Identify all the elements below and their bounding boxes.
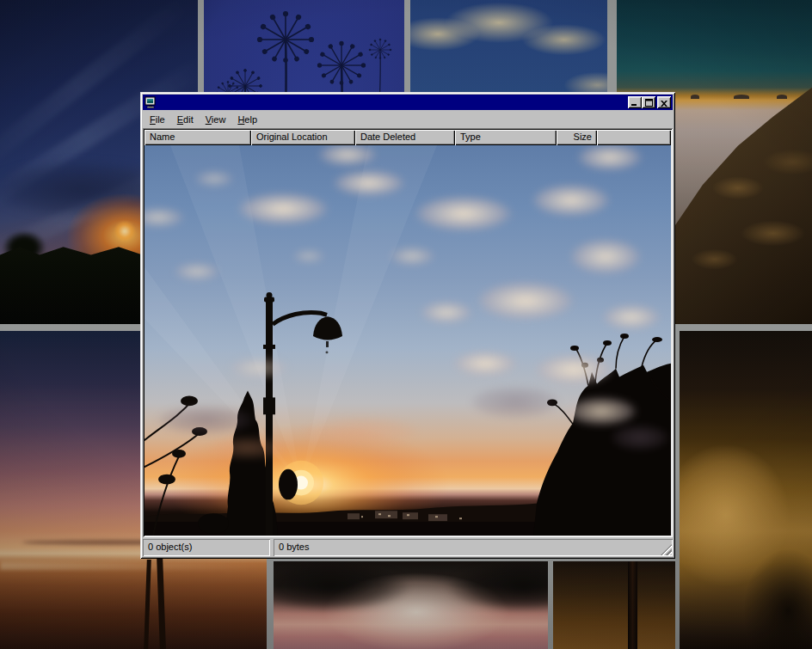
menu-bar: File Edit View Help	[143, 110, 673, 127]
wallpaper-photo-amber-blur	[680, 331, 812, 649]
column-header-filler	[597, 130, 671, 145]
status-bar: 0 object(s) 0 bytes	[143, 539, 673, 556]
computer-icon	[145, 96, 157, 108]
cloud-puff	[558, 233, 653, 280]
cloud-puff	[223, 187, 343, 230]
menu-edit[interactable]: Edit	[171, 112, 200, 126]
cloud-puff	[196, 432, 299, 463]
cloud-puff	[455, 381, 575, 424]
cloud-puff	[442, 346, 528, 381]
column-header-date-deleted[interactable]: Date Deleted	[355, 130, 455, 145]
minimize-button[interactable]	[628, 96, 642, 108]
wallpaper-photo-amber-blur-left	[553, 561, 675, 649]
cloud-puff	[412, 297, 481, 328]
cloud-puff	[520, 179, 623, 222]
bush-silhouette	[279, 469, 298, 500]
recycle-bin-window: File Edit View Help Name Original Locati…	[140, 92, 675, 559]
cloud-puff	[188, 168, 240, 190]
tree-reflection	[274, 561, 411, 612]
menu-view[interactable]: View	[200, 112, 232, 126]
island-silhouette	[734, 95, 749, 99]
horizon-shine	[0, 561, 267, 570]
minimize-icon	[631, 103, 638, 107]
cloud-puff	[283, 411, 438, 454]
cloud-puff	[382, 243, 442, 269]
cloud-puff	[287, 247, 330, 266]
cloud-puff	[593, 300, 670, 334]
cloud-puff	[601, 420, 671, 455]
cloud-puff	[220, 353, 298, 383]
bush-silhouette	[198, 513, 229, 534]
cloud-puff	[322, 166, 416, 200]
column-header-row: Name Original Location Date Deleted Type…	[145, 130, 671, 145]
lake-pole-silhouette	[144, 560, 151, 649]
maximize-button[interactable]	[642, 96, 655, 108]
sun	[110, 217, 139, 246]
title-bar[interactable]	[143, 95, 673, 110]
menu-help[interactable]: Help	[231, 112, 263, 126]
close-icon	[661, 101, 667, 107]
menu-file[interactable]: File	[144, 112, 171, 126]
sunset-photo-content[interactable]	[145, 145, 671, 536]
desktop: File Edit View Help Name Original Locati…	[0, 0, 812, 649]
status-size: 0 bytes	[274, 539, 673, 556]
column-header-name[interactable]: Name	[145, 130, 251, 145]
island-silhouette	[691, 95, 699, 99]
island-silhouette	[777, 95, 787, 99]
cloud-puff	[461, 275, 590, 327]
file-list-view: Name Original Location Date Deleted Type…	[143, 128, 673, 537]
lake-pole-silhouette	[157, 557, 166, 649]
tree-reflection	[446, 561, 548, 612]
maximize-icon	[645, 99, 653, 107]
pole-silhouette	[628, 561, 637, 649]
column-header-type[interactable]: Type	[455, 130, 557, 145]
close-button[interactable]	[657, 96, 671, 108]
status-object-count: 0 object(s)	[143, 539, 270, 556]
cloud-puff	[399, 190, 528, 237]
cloud-puff	[167, 260, 227, 284]
wallpaper-photo-water-reflection	[274, 561, 548, 649]
column-header-size[interactable]: Size	[557, 130, 597, 145]
column-header-original-location[interactable]: Original Location	[251, 130, 355, 145]
